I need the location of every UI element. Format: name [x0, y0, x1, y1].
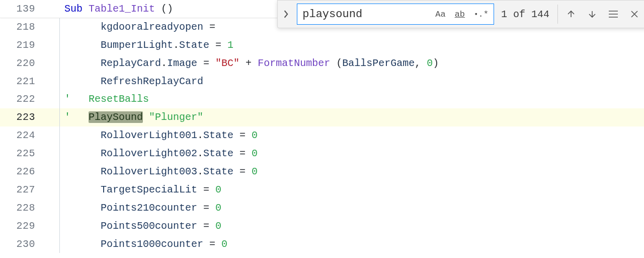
line-number: 222	[0, 90, 48, 108]
code-line[interactable]: 224 RolloverLight001.State = 0	[0, 126, 644, 145]
match-case-toggle[interactable]: Aa	[433, 9, 447, 20]
line-number: 219	[0, 36, 48, 54]
code-content: ReplayCard.Image = "BC" + FormatNumber (…	[64, 54, 644, 73]
code-line[interactable]: 230 Points1000counter = 0	[0, 235, 644, 253]
find-match: PlaySound	[89, 111, 143, 123]
code-line[interactable]: 228 Points210counter = 0	[0, 199, 644, 217]
find-result-count: 1 of 144	[499, 5, 558, 24]
code-line[interactable]: 220 ReplayCard.Image = "BC" + FormatNumb…	[0, 54, 644, 73]
find-in-selection-button[interactable]	[605, 5, 621, 24]
line-number: 228	[0, 199, 48, 217]
line-number: 223	[0, 108, 48, 126]
code-line[interactable]: 222 ' ResetBalls	[0, 90, 644, 108]
code-content: RolloverLight002.State = 0	[64, 145, 644, 163]
line-number: 224	[0, 126, 48, 145]
code-content: ' ResetBalls	[64, 90, 644, 108]
code-editor[interactable]: 139 Sub Table1_Init () 218 kgdooralready…	[0, 0, 644, 253]
code-line[interactable]: 226 RolloverLight003.State = 0	[0, 163, 644, 181]
line-number: 229	[0, 217, 48, 235]
code-line[interactable]: 219 Bumper1Light.State = 1	[0, 36, 644, 54]
find-previous-button[interactable]	[563, 5, 579, 24]
toggle-replace-icon[interactable]	[281, 10, 292, 19]
line-number: 218	[0, 18, 48, 36]
find-next-button[interactable]	[584, 5, 600, 24]
code-line[interactable]: 221 RefreshReplayCard	[0, 73, 644, 91]
find-input-wrap: Aa ab ▪.*	[297, 4, 494, 25]
line-number: 225	[0, 145, 48, 163]
code-content: RefreshReplayCard	[64, 73, 644, 91]
code-content: Points1000counter = 0	[64, 235, 644, 253]
code-line[interactable]: 227 TargetSpecialLit = 0	[0, 181, 644, 199]
code-content: TargetSpecialLit = 0	[64, 181, 644, 199]
line-number: 226	[0, 163, 48, 181]
find-input[interactable]	[302, 5, 428, 24]
code-line[interactable]: 229 Points500counter = 0	[0, 217, 644, 235]
line-number: 139	[0, 0, 48, 18]
line-number: 227	[0, 181, 48, 199]
line-number: 230	[0, 235, 48, 253]
close-find-button[interactable]	[626, 5, 642, 24]
code-content: Bumper1Light.State = 1	[64, 36, 644, 54]
regex-toggle[interactable]: ▪.*	[472, 9, 491, 20]
code-line[interactable]: 223 ' PlaySound "Plunger"	[0, 108, 644, 126]
line-number: 220	[0, 54, 48, 73]
code-content: Points500counter = 0	[64, 217, 644, 235]
line-number: 221	[0, 73, 48, 91]
code-line[interactable]: 225 RolloverLight002.State = 0	[0, 145, 644, 163]
code-content: RolloverLight003.State = 0	[64, 163, 644, 181]
find-widget: Aa ab ▪.* 1 of 144	[277, 0, 644, 28]
whole-word-toggle[interactable]: ab	[453, 9, 467, 20]
code-content: RolloverLight001.State = 0	[64, 126, 644, 145]
code-content: Points210counter = 0	[64, 199, 644, 217]
code-content: ' PlaySound "Plunger"	[64, 108, 644, 126]
